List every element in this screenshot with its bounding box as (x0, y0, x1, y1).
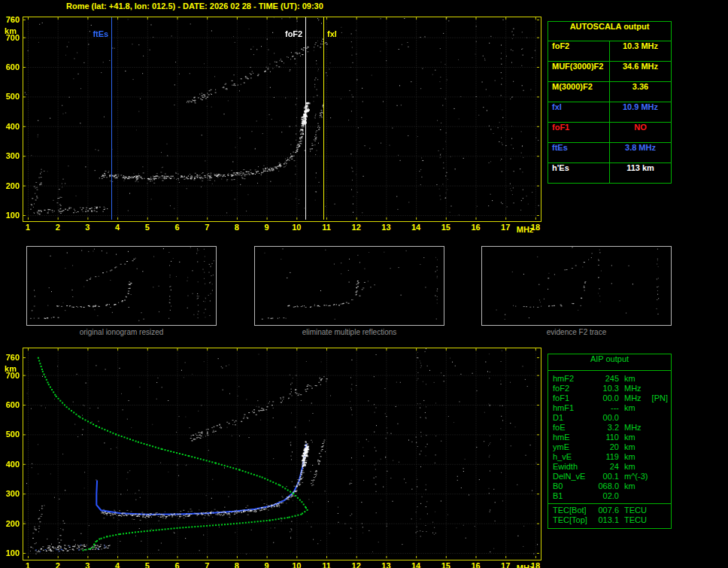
aip-cell-u: km (619, 452, 648, 462)
aip-row: ymE20km (548, 442, 671, 452)
aip-cell-u: km (619, 433, 648, 442)
autoscala-row-value: NO (610, 123, 671, 142)
autoscala-table-rows: foF210.3 MHzMUF(3000)F234.6 MHzM(3000)F2… (548, 41, 671, 183)
aip-cell-u: km (619, 442, 648, 452)
aip-cell-n (648, 413, 668, 423)
autoscala-row-label: h'Es (548, 163, 610, 183)
marker-label-fxl: fxl (327, 29, 337, 38)
thumbnail-f2-trace (481, 246, 672, 326)
y-axis-tick-label: 760 (0, 353, 20, 362)
aip-cell-n (648, 374, 668, 384)
x-axis-tick-label: 10 (287, 223, 306, 232)
aip-cell-v: 00.0 (595, 393, 619, 403)
aip-cell-l: hmF2 (553, 374, 595, 384)
aip-row: Ewidth24km (548, 462, 671, 472)
x-axis-tick-label: 5 (138, 561, 157, 568)
x-axis-tick-label: 4 (108, 561, 127, 568)
aip-cell-n (648, 472, 668, 481)
y-axis-tick-label: 200 (0, 519, 20, 528)
x-axis-unit-label: MHz (513, 225, 537, 234)
aip-cell-l: hmE (553, 433, 595, 442)
aip-cell-l: B1 (553, 491, 595, 501)
thumbnail-original-ionogram (26, 246, 217, 326)
autoscala-row: fxl10.9 MHz (548, 102, 671, 123)
aip-cell-l: foE (553, 423, 595, 433)
aip-cell-u: TECU (619, 506, 648, 515)
x-axis-tick-label: 16 (466, 223, 486, 232)
autoscala-row-label: foF1 (548, 123, 610, 142)
autoscala-row-value: 34.6 MHz (610, 62, 671, 81)
aip-row: D100.0 (548, 413, 671, 423)
x-axis-tick-label: 1 (18, 223, 38, 232)
autoscala-row-label: M(3000)F2 (548, 82, 610, 102)
top-ionogram-canvas (23, 17, 539, 220)
aip-row: foE3.2MHz (548, 423, 671, 433)
x-axis-tick-label: 2 (48, 561, 68, 568)
autoscala-row-value: 10.3 MHz (610, 41, 671, 61)
station-title: Rome (lat: +41.8, lon: 012.5) - DATE: 20… (66, 2, 323, 11)
x-axis-tick-label: 9 (257, 561, 277, 568)
aip-cell-v: 068.0 (595, 481, 619, 491)
bottom-ionogram-canvas (23, 348, 539, 558)
aip-cell-u: MHz (619, 384, 648, 393)
x-axis-tick-label: 14 (406, 561, 426, 568)
marker-label-ftEs: ftEs (93, 29, 108, 38)
aip-cell-l: DelN_vE (553, 472, 595, 481)
x-axis-tick-label: 6 (168, 561, 187, 568)
marker-label-foF2: foF2 (285, 29, 302, 38)
aip-cell-v: 20 (595, 442, 619, 452)
aip-cell-v: 007.6 (595, 506, 619, 515)
aip-cell-u: km (619, 374, 648, 384)
x-axis-tick-label: 12 (347, 561, 366, 568)
x-axis-tick-label: 13 (376, 561, 396, 568)
autoscala-row: M(3000)F23.36 (548, 82, 671, 102)
aip-cell-v: --- (595, 403, 619, 413)
aip-cell-l: D1 (553, 413, 595, 423)
x-axis-tick-label: 12 (347, 223, 366, 232)
aip-row: foF210.3MHz (548, 384, 671, 393)
aip-cell-n (648, 452, 668, 462)
aip-cell-v: 119 (595, 452, 619, 462)
autoscala-row: h'Es113 km (548, 163, 671, 183)
y-axis-tick-label: 300 (0, 151, 20, 160)
aip-cell-v: 02.0 (595, 491, 619, 501)
aip-cell-u (619, 491, 648, 501)
aip-cell-n: [PN] (648, 393, 668, 403)
aip-row: foF100.0MHz[PN] (548, 393, 671, 403)
autoscala-row-label: MUF(3000)F2 (548, 62, 610, 81)
x-axis-tick-label: 9 (257, 223, 277, 232)
aip-cell-n (648, 423, 668, 433)
aip-row: hmE110km (548, 433, 671, 442)
aip-cell-v: 00.1 (595, 472, 619, 481)
y-axis-tick-label: 600 (0, 400, 20, 409)
aip-cell-v: 10.3 (595, 384, 619, 393)
y-axis-tick-label: 100 (0, 211, 20, 220)
thumbnail-caption-original: original ionogram resized (26, 328, 217, 336)
x-axis-tick-label: 15 (436, 561, 456, 568)
aip-cell-v: 3.2 (595, 423, 619, 433)
aip-separator (548, 503, 671, 504)
aip-row: TEC[Top]013.1TECU (548, 515, 671, 525)
aip-cell-v: 110 (595, 433, 619, 442)
x-axis-tick-label: 4 (108, 223, 127, 232)
x-axis-tick-label: 13 (376, 223, 396, 232)
aip-row: DelN_vE00.1m^(-3) (548, 472, 671, 481)
aip-table-title: AIP output (548, 354, 671, 371)
x-axis-tick-label: 11 (317, 561, 336, 568)
aip-cell-v: 00.0 (595, 413, 619, 423)
x-axis-tick-label: 6 (168, 223, 187, 232)
y-axis-tick-label: 600 (0, 62, 20, 71)
y-axis-unit-label: km (0, 364, 17, 373)
aip-cell-u: TECU (619, 515, 648, 525)
aip-cell-n (648, 403, 668, 413)
aip-cell-n (648, 384, 668, 393)
autoscala-row: foF210.3 MHz (548, 41, 671, 62)
x-axis-tick-label: 2 (48, 223, 68, 232)
aip-cell-u: km (619, 403, 648, 413)
autoscala-row: MUF(3000)F234.6 MHz (548, 62, 671, 82)
aip-cell-u (619, 413, 648, 423)
bottom-ionogram-plot (23, 348, 541, 560)
aip-cell-n (648, 491, 668, 501)
thumbnail-multiple-reflections (254, 246, 444, 326)
autoscala-row: foF1NO (548, 123, 671, 143)
